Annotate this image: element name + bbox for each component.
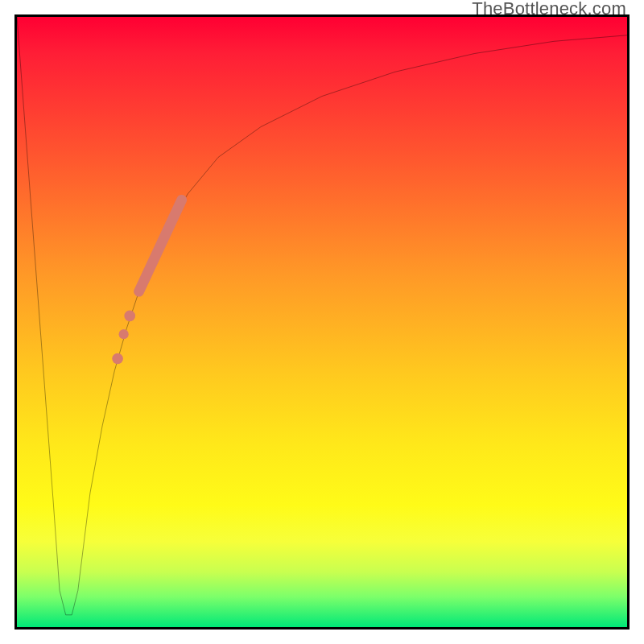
- bottleneck-curve: [17, 17, 627, 615]
- highlight-dot-2: [119, 329, 129, 339]
- highlight-dot-3: [112, 353, 123, 365]
- chart-svg-layer: [17, 17, 627, 627]
- highlight-dot-1: [124, 311, 135, 322]
- chart-plot-area: [14, 14, 630, 630]
- highlight-bar: [139, 200, 182, 291]
